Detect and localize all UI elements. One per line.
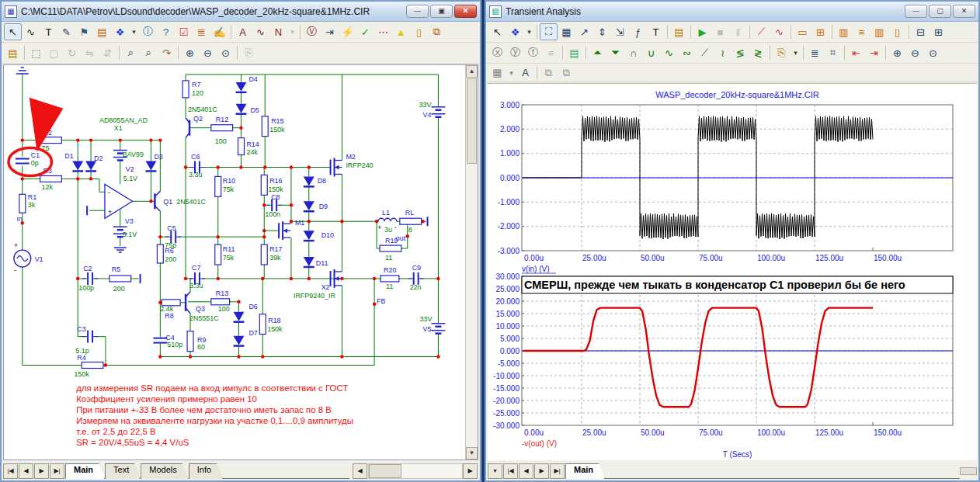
overlap-icon[interactable]: ▯ bbox=[888, 23, 906, 40]
data-points-icon[interactable]: ⟋ bbox=[752, 23, 770, 40]
pause-icon[interactable]: ‖ bbox=[729, 23, 747, 40]
resize-grip[interactable] bbox=[960, 467, 977, 475]
schematic-tab-main[interactable]: Main bbox=[65, 463, 105, 479]
annotate-icon[interactable]: ✍ bbox=[210, 23, 228, 40]
sheet-icon[interactable]: ▯ bbox=[410, 23, 428, 40]
show-power-icon[interactable]: ⚡ bbox=[339, 23, 356, 40]
scroll-up-icon[interactable]: ▲ bbox=[466, 65, 478, 78]
cursor-right-icon[interactable]: ⇥ bbox=[865, 44, 883, 61]
zoom-out-icon[interactable]: ⊖ bbox=[906, 44, 924, 61]
show-waveform-icon[interactable]: ∿ bbox=[252, 23, 269, 40]
display-dropdown[interactable]: ▾ bbox=[287, 23, 297, 40]
high-icon[interactable]: ∩ bbox=[624, 44, 642, 61]
split-plot-icon[interactable]: ⊞ bbox=[930, 23, 947, 40]
copy-picture-icon[interactable]: ⎘ bbox=[240, 44, 258, 61]
component-dropdown[interactable]: ▾ bbox=[524, 23, 534, 40]
inflection-icon[interactable]: ≀ bbox=[714, 44, 732, 61]
hscroll-thumb[interactable] bbox=[369, 464, 401, 478]
rotate-icon[interactable]: ↻ bbox=[63, 44, 81, 61]
block-select-icon[interactable]: ⧉ bbox=[428, 23, 446, 40]
cursor-left-icon[interactable]: ⇤ bbox=[847, 44, 865, 61]
graph-text-icon[interactable]: T bbox=[647, 23, 665, 40]
wire-mode[interactable]: ∿ bbox=[22, 23, 40, 40]
zoom-100-icon[interactable]: ⊙ bbox=[217, 44, 235, 61]
run-icon[interactable]: ▶ bbox=[693, 23, 711, 40]
global-low-icon[interactable]: ≷ bbox=[749, 44, 767, 61]
last-page-button[interactable]: ▶| bbox=[550, 463, 565, 479]
analysis-titlebar[interactable]: ▧ Transient Analysis — ▢ ✕ bbox=[486, 2, 978, 22]
select-tool[interactable]: ↖ bbox=[4, 23, 22, 40]
attributes-icon[interactable]: ▤ bbox=[4, 44, 22, 61]
horizontal-tag-icon[interactable]: ⇲ bbox=[611, 23, 629, 40]
component-icon[interactable]: ❖ bbox=[111, 23, 129, 40]
zoom-in-icon[interactable]: ⊕ bbox=[181, 44, 199, 61]
zoom-in-icon[interactable]: ⊕ bbox=[888, 44, 906, 61]
grid-icon[interactable]: ▦ bbox=[488, 64, 506, 81]
component-icon[interactable]: ❖ bbox=[506, 23, 524, 40]
clipboard-dropdown[interactable]: ▾ bbox=[791, 44, 801, 61]
peak-icon[interactable]: ⏶ bbox=[589, 44, 606, 61]
prev-page-button[interactable]: ◀ bbox=[19, 463, 33, 479]
maximize-button[interactable]: ▢ bbox=[929, 5, 951, 18]
schematic-titlebar[interactable]: ▦ C:\MC11\DATA\Petrov\LDsound\decoder\WA… bbox=[2, 2, 480, 22]
low-icon[interactable]: ∪ bbox=[642, 44, 660, 61]
restore-button[interactable]: ▣ bbox=[430, 5, 453, 18]
windows-list-icon[interactable]: ≣ bbox=[193, 23, 210, 40]
minimize-button[interactable]: — bbox=[905, 5, 927, 18]
move-back-icon[interactable]: ⧉ bbox=[558, 64, 575, 81]
schematic-tab-info[interactable]: Info bbox=[189, 463, 223, 479]
one-graph-icon[interactable]: ▥ bbox=[835, 23, 853, 40]
grid-dropdown[interactable]: ▾ bbox=[506, 64, 516, 81]
first-page-button[interactable]: |◀ bbox=[3, 463, 18, 479]
component-dropdown[interactable]: ▾ bbox=[129, 23, 139, 40]
first-page-button[interactable]: |◀ bbox=[503, 463, 518, 479]
x-axis-icon[interactable]: ⓧ bbox=[488, 44, 506, 61]
numeric-output-icon[interactable]: ≣ bbox=[806, 44, 824, 61]
schematic-tab-text[interactable]: Text bbox=[105, 463, 141, 479]
valley-icon[interactable]: ⏷ bbox=[606, 44, 624, 61]
point-tag-icon[interactable]: ↗ bbox=[575, 23, 593, 40]
flag-mode[interactable]: ⚑ bbox=[75, 23, 93, 40]
stop-icon[interactable]: ■ bbox=[711, 23, 729, 40]
tokens-icon[interactable]: ∿ bbox=[770, 23, 788, 40]
scroll-down-icon[interactable]: ▼ bbox=[466, 447, 478, 459]
rise-edge-icon[interactable]: ∿ bbox=[660, 44, 678, 61]
close-button[interactable]: ✕ bbox=[953, 5, 975, 18]
move-front-icon[interactable]: ⧉ bbox=[540, 64, 558, 81]
minimize-button[interactable]: — bbox=[406, 5, 429, 18]
horizontal-tile-icon[interactable]: ≡ bbox=[853, 23, 871, 40]
scroll-left-icon[interactable]: ◀ bbox=[353, 463, 367, 479]
formula-text-icon[interactable]: ƒ bbox=[629, 23, 647, 40]
fx-axis-icon[interactable]: ⓕ bbox=[524, 44, 542, 61]
next-page-button[interactable]: ▶ bbox=[534, 463, 549, 479]
show-currents-icon[interactable]: ⇥ bbox=[321, 23, 339, 40]
analysis-tab-main[interactable]: Main bbox=[565, 463, 605, 479]
show-pin-connections-icon[interactable]: ⋯ bbox=[374, 23, 392, 40]
clipboard-icon[interactable]: ⎘ bbox=[773, 44, 791, 61]
last-page-button[interactable]: ▶| bbox=[50, 463, 64, 479]
design-verify-icon[interactable]: ☑ bbox=[175, 23, 193, 40]
ruler-icon[interactable]: ▭ bbox=[794, 23, 811, 40]
vertical-tag-icon[interactable]: ⇕ bbox=[593, 23, 611, 40]
edit-limits-icon[interactable]: ▤ bbox=[565, 44, 583, 61]
select-tool[interactable]: ↖ bbox=[488, 23, 506, 40]
font-icon[interactable]: A bbox=[516, 64, 534, 81]
show-node-numbers-icon[interactable]: N bbox=[269, 23, 287, 40]
select-area-icon[interactable]: ⬚ bbox=[27, 44, 45, 61]
slope-icon[interactable]: ⟋ bbox=[696, 44, 714, 61]
schematic-drawing[interactable]: -+R275C10pR312kR13kinV1AD8055AN_ADX1D1D2… bbox=[4, 65, 465, 463]
plus-mark-icon[interactable]: ⊞ bbox=[811, 23, 829, 40]
tab-list-dropdown[interactable]: ▾ bbox=[488, 463, 502, 479]
prev-page-button[interactable]: ◀ bbox=[519, 463, 533, 479]
zoom-100-icon[interactable]: ⊙ bbox=[924, 44, 942, 61]
schematic-vscrollbar[interactable]: ▲ ▼ bbox=[465, 65, 478, 459]
find-next-icon[interactable]: ⌕ bbox=[140, 44, 158, 61]
flip-h-icon[interactable]: ⇋ bbox=[81, 44, 99, 61]
global-high-icon[interactable]: ≶ bbox=[732, 44, 749, 61]
close-button[interactable]: ✕ bbox=[454, 5, 477, 18]
y-axis-icon[interactable]: ⓨ bbox=[506, 44, 524, 61]
line-mode[interactable]: ✎ bbox=[57, 23, 75, 40]
show-attribute-text-icon[interactable]: A bbox=[234, 23, 252, 40]
bus-icon[interactable]: ▤ bbox=[93, 23, 111, 40]
schematic-tab-models[interactable]: Models bbox=[141, 463, 188, 479]
